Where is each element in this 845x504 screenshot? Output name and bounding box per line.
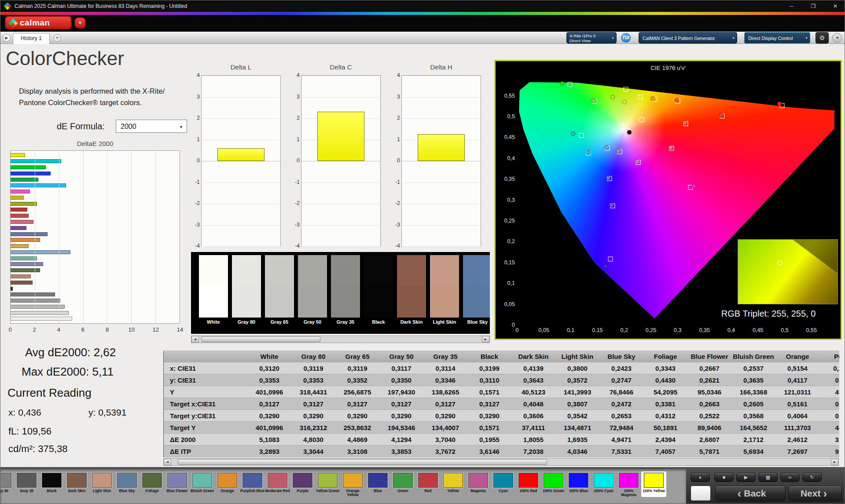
- meter-dropdown[interactable]: X-Rite i1Pro 3 Direct View ▼: [566, 32, 617, 44]
- patch-select-item[interactable]: Bluish Green: [190, 471, 215, 497]
- next-button[interactable]: Next›: [788, 486, 842, 501]
- scroll-track[interactable]: [199, 336, 482, 343]
- value-cell: 0,2522: [687, 410, 731, 421]
- scroll-right-button[interactable]: ►: [482, 336, 489, 343]
- de-formula-dropdown[interactable]: 2000 ▼: [116, 120, 187, 133]
- patch-color-block: [268, 473, 287, 488]
- table-corner-cell: [164, 351, 247, 362]
- patch-select-item[interactable]: 100% Magenta: [616, 471, 641, 497]
- gridline: [180, 151, 180, 323]
- patch-swatch[interactable]: Gray 50: [298, 255, 327, 325]
- collapse-panel-button[interactable]: ◄: [832, 33, 842, 43]
- patch-select-item[interactable]: Purplish Blue: [240, 471, 265, 497]
- patch-select-item[interactable]: 100% Blue: [566, 471, 591, 497]
- patch-select-item[interactable]: Dark Skin: [64, 471, 89, 497]
- value-cell: 1,8055: [511, 434, 555, 445]
- gridline: [59, 151, 59, 323]
- delta-l-chart: 43210-1-2-3-4: [201, 75, 281, 247]
- refresh-icon[interactable]: ↻: [802, 472, 822, 482]
- patch-swatch[interactable]: White: [199, 255, 228, 325]
- patch-select-item[interactable]: Yellow: [441, 471, 466, 497]
- save-icon[interactable]: ▦: [758, 472, 778, 482]
- maximize-button[interactable]: ❐: [803, 0, 823, 12]
- patch-select-item[interactable]: Light Skin: [89, 471, 114, 497]
- value-cell: 121,0311: [775, 386, 819, 398]
- deltae-chart-title: DeltaE 2000: [10, 140, 180, 147]
- target-marker-icon: [579, 133, 584, 138]
- close-button[interactable]: ✕: [825, 0, 845, 12]
- add-tab-button[interactable]: +: [53, 34, 61, 42]
- patch-select-item[interactable]: Black: [39, 471, 64, 497]
- patch-select-item[interactable]: 100% Yellow: [641, 471, 666, 497]
- patch-select-item[interactable]: Magenta: [466, 471, 491, 497]
- row-label-cell: y: CIE31: [164, 374, 247, 386]
- main-menu-button[interactable]: ▼: [74, 17, 86, 29]
- patch-select-item[interactable]: Gray 50: [0, 471, 14, 497]
- back-button[interactable]: ‹Back: [715, 486, 786, 501]
- cie-y-tick-label: 0,3: [499, 197, 515, 203]
- deltae-bar: [11, 268, 40, 272]
- table-header-row: WhiteGray 80Gray 65Gray 50Gray 35BlackDa…: [164, 351, 839, 362]
- value-cell: 3,7672: [423, 446, 467, 457]
- measurement-dot-icon: [675, 98, 679, 102]
- value-cell: 0,3117: [379, 362, 423, 374]
- patch-swatch[interactable]: Gray 80: [232, 255, 261, 325]
- value-cell: 0,3127: [379, 398, 423, 409]
- row-label-cell: Y: [164, 386, 247, 398]
- tab-history-1[interactable]: History 1: [13, 33, 50, 44]
- loop-infinite-icon[interactable]: ∞: [780, 472, 800, 482]
- y-tick-label: -2: [389, 200, 400, 206]
- play-icon[interactable]: ▶: [736, 472, 756, 482]
- patch-select-item[interactable]: Cyan: [491, 471, 516, 497]
- patch-select-item[interactable]: Orange Yellow: [340, 471, 365, 497]
- gear-icon[interactable]: ⚙: [816, 32, 829, 44]
- workspace: ColorChecker Display analysis is perform…: [0, 44, 845, 467]
- patch-select-item[interactable]: Foliage: [140, 471, 165, 497]
- patch-select-item[interactable]: Yellow Green: [315, 471, 340, 497]
- patch-swatch[interactable]: Gray 35: [331, 255, 360, 325]
- patch-color-block: [443, 473, 463, 488]
- patch-select-item[interactable]: Purple: [290, 471, 315, 497]
- scroll-thumb[interactable]: [178, 459, 547, 465]
- patch-select-item[interactable]: 100% Green: [541, 471, 566, 497]
- table-scrollbar[interactable]: ◄►: [163, 458, 839, 466]
- value-cell: 0,3290: [247, 410, 291, 421]
- scroll-left-button[interactable]: ◄: [191, 336, 199, 343]
- scroll-track[interactable]: [171, 459, 831, 465]
- patch-select-item[interactable]: Red: [415, 471, 441, 497]
- stop-icon[interactable]: ■: [714, 472, 734, 482]
- patch-select-item[interactable]: Gray 35: [14, 471, 39, 497]
- y-tick-label: 3: [189, 94, 200, 100]
- patch-select-item[interactable]: Green: [390, 471, 415, 497]
- table-header-cell: Gray 65: [335, 351, 379, 362]
- patch-swatch-block: [298, 255, 327, 318]
- collapse-strip-button[interactable]: ▲: [691, 472, 710, 482]
- patch-select-item[interactable]: Blue Flower: [165, 471, 190, 497]
- history-panel-toggle[interactable]: ▶: [3, 34, 11, 42]
- scroll-right-button[interactable]: ►: [831, 459, 838, 465]
- patch-select-item[interactable]: Blue Sky: [114, 471, 140, 497]
- patch-swatch[interactable]: Blue Sky: [463, 255, 490, 325]
- patch-select-item[interactable]: Moderate Red: [265, 471, 290, 497]
- patch-swatch[interactable]: Black: [364, 255, 393, 325]
- deltae-bar: [11, 305, 65, 309]
- minimize-button[interactable]: ─: [781, 0, 801, 12]
- patch-swatch[interactable]: Dark Skin: [397, 255, 426, 325]
- pattern-window-button[interactable]: [691, 486, 711, 501]
- target-marker-icon: [638, 95, 643, 99]
- scroll-thumb[interactable]: [202, 336, 320, 342]
- patch-compare-scrollbar[interactable]: ◄►: [191, 336, 490, 343]
- patch-select-item[interactable]: Orange: [215, 471, 240, 497]
- scroll-left-button[interactable]: ◄: [164, 459, 171, 465]
- value-cell: 0,3120: [247, 362, 291, 374]
- pattern-generator-dropdown[interactable]: CalMAN Client 3 Pattern Generator ▼: [639, 32, 737, 44]
- patch-select-item[interactable]: 100% Cyan: [591, 471, 616, 497]
- patch-swatch[interactable]: Gray 65: [265, 255, 294, 325]
- patch-select-item[interactable]: Blue: [365, 471, 390, 497]
- patch-swatch[interactable]: Light Skin: [430, 255, 459, 325]
- patch-select-label: Magenta: [466, 489, 491, 493]
- patch-select-item[interactable]: 100% Red: [516, 471, 541, 497]
- display-control-dropdown[interactable]: Direct Display Control ▼: [744, 32, 810, 44]
- x-tick-label: 14: [173, 326, 187, 333]
- gridline: [402, 204, 481, 204]
